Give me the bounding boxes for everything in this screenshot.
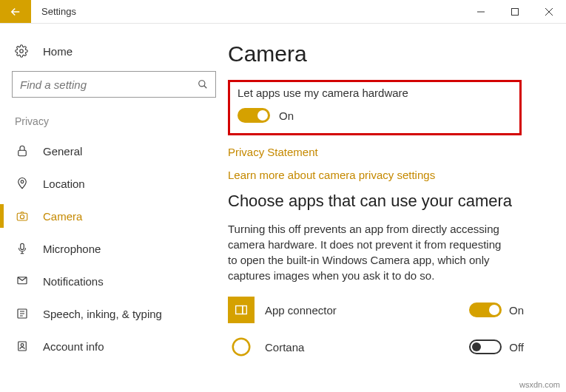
toggle-state: Off <box>509 341 524 354</box>
location-icon <box>15 177 30 190</box>
main-toggle-label: Let apps use my camera hardware <box>237 87 508 99</box>
sidebar-item-notifications[interactable]: Notifications <box>0 265 228 297</box>
svg-point-4 <box>21 180 24 183</box>
svg-point-1 <box>20 50 24 53</box>
sidebar-item-location[interactable]: Location <box>0 167 228 200</box>
search-input[interactable] <box>20 78 198 91</box>
sidebar-item-label: Microphone <box>43 243 101 255</box>
camera-icon <box>15 209 30 223</box>
gear-icon <box>15 44 30 58</box>
svg-point-11 <box>21 344 24 347</box>
sidebar-item-label: Notifications <box>43 275 104 288</box>
sidebar-item-camera[interactable]: Camera <box>0 200 228 232</box>
search-icon <box>198 79 208 89</box>
toggle-state: On <box>509 304 524 317</box>
app-connector-toggle[interactable] <box>469 303 502 317</box>
svg-rect-13 <box>243 306 247 314</box>
svg-rect-7 <box>21 243 24 249</box>
microphone-icon <box>15 242 30 255</box>
sidebar-item-label: Location <box>43 178 85 190</box>
sidebar-item-microphone[interactable]: Microphone <box>0 232 228 265</box>
section-label: Privacy <box>0 111 228 135</box>
sidebar-item-general[interactable]: General <box>0 135 228 167</box>
sidebar-item-label: Camera <box>43 210 82 223</box>
sidebar-item-account[interactable]: Account info <box>0 330 228 362</box>
svg-rect-3 <box>18 150 27 156</box>
highlight-box: Let apps use my camera hardware On <box>228 80 522 135</box>
sidebar-item-label: Speech, inking, & typing <box>43 308 162 320</box>
cortana-toggle[interactable] <box>469 339 502 354</box>
app-row-connector: App connector On <box>228 297 524 323</box>
maximize-button[interactable] <box>498 0 532 23</box>
window-title: Settings <box>31 0 464 23</box>
app-name: App connector <box>265 304 469 317</box>
svg-point-14 <box>233 339 250 356</box>
app-name: Cortana <box>265 341 469 354</box>
privacy-statement-link[interactable]: Privacy Statement <box>228 146 551 158</box>
account-icon <box>15 339 30 353</box>
cortana-icon <box>228 334 255 360</box>
speech-icon <box>15 307 30 320</box>
toggle-state: On <box>279 109 294 122</box>
watermark: wsxdn.com <box>519 380 560 389</box>
back-button[interactable] <box>0 0 31 23</box>
learn-more-link[interactable]: Learn more about camera privacy settings <box>228 169 551 181</box>
svg-rect-12 <box>236 306 243 314</box>
app-connector-icon <box>228 297 255 323</box>
page-title: Camera <box>228 41 551 67</box>
notifications-icon <box>15 274 30 288</box>
subheading: Choose apps that can use your camera <box>228 192 551 211</box>
lock-icon <box>15 144 30 158</box>
camera-access-toggle[interactable] <box>237 108 270 123</box>
svg-rect-5 <box>17 213 27 220</box>
app-row-cortana: Cortana Off <box>228 334 524 360</box>
sidebar: Home Privacy General Location Camera Mic… <box>0 24 228 392</box>
description: Turning this off prevents an app from di… <box>228 221 509 283</box>
close-button[interactable] <box>532 0 566 23</box>
sidebar-item-speech[interactable]: Speech, inking, & typing <box>0 297 228 330</box>
content-pane: Camera Let apps use my camera hardware O… <box>228 24 566 392</box>
svg-rect-0 <box>512 8 519 15</box>
sidebar-item-label: General <box>43 145 82 158</box>
minimize-button[interactable] <box>464 0 498 23</box>
sidebar-item-label: Account info <box>43 340 104 353</box>
search-input-wrap[interactable] <box>12 71 216 98</box>
svg-point-2 <box>199 81 205 87</box>
home-label: Home <box>43 45 73 58</box>
home-nav[interactable]: Home <box>0 38 228 65</box>
svg-point-6 <box>20 215 24 219</box>
